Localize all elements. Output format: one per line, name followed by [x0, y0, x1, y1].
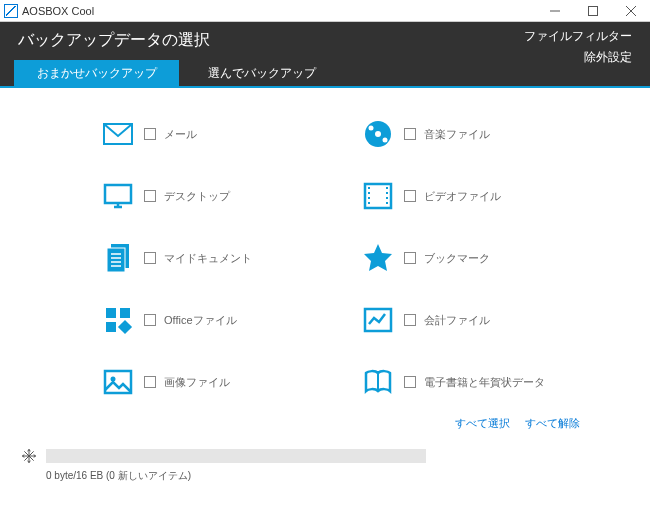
content: メール 音楽ファイル デスクトップ ビデオファイル マイドキュメント ブックマー…: [0, 86, 650, 443]
tab-manual-backup[interactable]: 選んでバックアップ: [179, 60, 344, 86]
checkbox-documents[interactable]: [144, 252, 156, 264]
maximize-button[interactable]: [574, 0, 612, 22]
office-icon: [100, 302, 136, 338]
svg-rect-7: [368, 187, 370, 189]
svg-rect-9: [368, 197, 370, 199]
app-logo-icon: [4, 4, 18, 18]
checkbox-music[interactable]: [404, 128, 416, 140]
label-image[interactable]: 画像ファイル: [164, 375, 230, 390]
svg-rect-0: [589, 6, 598, 15]
category-ebook: 電子書籍と年賀状データ: [360, 364, 580, 400]
label-finance[interactable]: 会計ファイル: [424, 313, 490, 328]
mail-icon: [100, 116, 136, 152]
close-button[interactable]: [612, 0, 650, 22]
label-office[interactable]: Officeファイル: [164, 313, 237, 328]
label-mail[interactable]: メール: [164, 127, 197, 142]
svg-rect-16: [107, 248, 125, 272]
category-office: Officeファイル: [100, 302, 320, 338]
category-music: 音楽ファイル: [360, 116, 580, 152]
checkbox-video[interactable]: [404, 190, 416, 202]
category-video: ビデオファイル: [360, 178, 580, 214]
snowflake-icon: [20, 447, 38, 465]
music-icon: [360, 116, 396, 152]
label-desktop[interactable]: デスクトップ: [164, 189, 230, 204]
header: バックアップデータの選択 ファイルフィルター 除外設定 おまかせバックアップ 選…: [0, 22, 650, 86]
actions: すべて選択 すべて解除: [40, 400, 610, 443]
label-ebook[interactable]: 電子書籍と年賀状データ: [424, 375, 545, 390]
svg-point-3: [369, 126, 374, 131]
label-documents[interactable]: マイドキュメント: [164, 251, 252, 266]
category-bookmark: ブックマーク: [360, 240, 580, 276]
category-mail: メール: [100, 116, 320, 152]
star-icon: [360, 240, 396, 276]
svg-rect-11: [386, 187, 388, 189]
category-desktop: デスクトップ: [100, 178, 320, 214]
category-image: 画像ファイル: [100, 364, 320, 400]
svg-rect-18: [120, 308, 130, 318]
checkbox-mail[interactable]: [144, 128, 156, 140]
footer: 0 byte/16 EB (0 新しいアイテム): [0, 443, 650, 483]
svg-rect-20: [118, 320, 132, 334]
svg-point-4: [383, 138, 388, 143]
status-text: 0 byte/16 EB (0 新しいアイテム): [46, 469, 630, 483]
svg-rect-10: [368, 202, 370, 204]
category-documents: マイドキュメント: [100, 240, 320, 276]
svg-rect-13: [386, 197, 388, 199]
image-icon: [100, 364, 136, 400]
checkbox-finance[interactable]: [404, 314, 416, 326]
svg-rect-19: [106, 322, 116, 332]
category-finance: 会計ファイル: [360, 302, 580, 338]
desktop-icon: [100, 178, 136, 214]
titlebar: AOSBOX Cool: [0, 0, 650, 22]
clear-all-link[interactable]: すべて解除: [525, 417, 580, 429]
checkbox-bookmark[interactable]: [404, 252, 416, 264]
svg-rect-5: [105, 185, 131, 203]
label-music[interactable]: 音楽ファイル: [424, 127, 490, 142]
chart-icon: [360, 302, 396, 338]
tabs: おまかせバックアップ 選んでバックアップ: [14, 60, 344, 86]
svg-rect-17: [106, 308, 116, 318]
tab-auto-backup[interactable]: おまかせバックアップ: [14, 60, 179, 86]
exclude-settings-link[interactable]: 除外設定: [524, 49, 632, 66]
checkbox-desktop[interactable]: [144, 190, 156, 202]
select-all-link[interactable]: すべて選択: [455, 417, 510, 429]
file-filter-link[interactable]: ファイルフィルター: [524, 28, 632, 45]
book-icon: [360, 364, 396, 400]
label-video[interactable]: ビデオファイル: [424, 189, 501, 204]
progress-bar: [46, 449, 426, 463]
video-icon: [360, 178, 396, 214]
document-icon: [100, 240, 136, 276]
svg-rect-8: [368, 192, 370, 194]
svg-point-2: [375, 131, 381, 137]
svg-rect-14: [386, 202, 388, 204]
minimize-button[interactable]: [536, 0, 574, 22]
checkbox-ebook[interactable]: [404, 376, 416, 388]
svg-rect-12: [386, 192, 388, 194]
window-title: AOSBOX Cool: [22, 5, 94, 17]
label-bookmark[interactable]: ブックマーク: [424, 251, 490, 266]
checkbox-office[interactable]: [144, 314, 156, 326]
checkbox-image[interactable]: [144, 376, 156, 388]
